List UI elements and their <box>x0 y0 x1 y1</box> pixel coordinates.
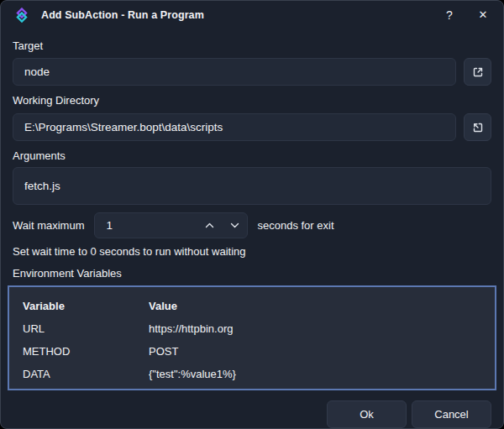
close-button[interactable]: ✕ <box>466 1 500 29</box>
value-cell: {"test":%value1%} <box>149 368 481 380</box>
table-row[interactable]: DATA {"test":%value1%} <box>9 363 495 385</box>
dialog-window: Add SubAction - Run a Program ? ✕ Target… <box>0 0 504 429</box>
working-directory-input[interactable] <box>13 113 456 141</box>
titlebar-actions: ? ✕ <box>433 1 503 29</box>
table-row[interactable]: METHOD POST <box>9 340 495 363</box>
value-cell: https://httpbin.org <box>149 322 233 335</box>
variable-cell: METHOD <box>23 345 149 358</box>
value-cell: POST <box>149 345 481 358</box>
working-directory-label: Working Directory <box>13 94 491 107</box>
environment-variables-label: Environment Variables <box>13 267 491 280</box>
wait-suffix-label: seconds for exit <box>257 219 333 232</box>
wait-row: Wait maximum seconds for exit <box>13 212 491 238</box>
ok-button[interactable]: Ok <box>327 400 407 428</box>
app-logo-icon <box>14 8 29 23</box>
help-button[interactable]: ? <box>433 1 466 29</box>
external-link-icon <box>471 65 485 79</box>
target-row <box>13 58 491 86</box>
dialog-content: Target Working Directory <box>1 29 503 428</box>
working-directory-browse-button[interactable] <box>464 113 491 141</box>
cancel-button[interactable]: Cancel <box>412 400 491 428</box>
wait-hint-text: Set wait time to 0 seconds to run withou… <box>13 245 491 258</box>
column-header-value: Value <box>149 300 481 312</box>
wait-spinner <box>94 212 248 238</box>
import-folder-icon <box>471 121 485 134</box>
wait-increment-button[interactable] <box>197 213 222 238</box>
window-title: Add SubAction - Run a Program <box>41 9 204 21</box>
table-row[interactable]: URL https://httpbin.org <box>9 317 495 340</box>
table-header-row: Variable Value <box>9 295 495 317</box>
wait-decrement-button[interactable] <box>222 213 247 238</box>
environment-variables-table: Variable Value URL https://httpbin.org M… <box>8 285 496 390</box>
variable-cell: DATA <box>23 368 149 380</box>
arguments-input[interactable] <box>13 167 491 205</box>
variable-cell: URL <box>23 322 149 335</box>
target-label: Target <box>13 39 491 53</box>
title-bar[interactable]: Add SubAction - Run a Program ? ✕ <box>1 1 503 29</box>
target-browse-button[interactable] <box>464 58 491 86</box>
column-header-variable: Variable <box>23 300 149 312</box>
arguments-label: Arguments <box>13 149 491 163</box>
wait-label: Wait maximum <box>13 219 84 232</box>
wait-input[interactable] <box>95 213 197 238</box>
chevron-down-icon <box>230 222 239 228</box>
working-directory-row <box>13 113 491 141</box>
dialog-buttons: Ok Cancel <box>13 400 491 428</box>
target-input[interactable] <box>13 58 456 86</box>
chevron-up-icon <box>205 222 214 228</box>
